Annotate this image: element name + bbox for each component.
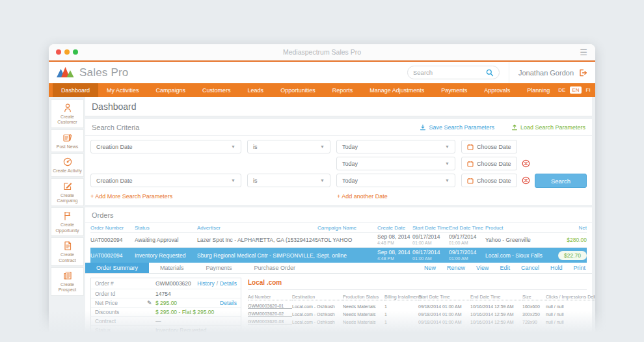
nav-item-dashboard[interactable]: Dashboard [53,83,98,97]
sidebar-item-label: Create Customer [52,114,83,125]
col-destination[interactable]: Destination [292,295,343,300]
details-link[interactable]: Details [220,280,237,287]
col-end-date-time[interactable]: End Date Time [470,295,522,300]
search-icon[interactable] [486,69,494,77]
order-row-selected[interactable]: UAT0002094 Inventory Requested Sburg Reg… [90,248,587,263]
col-end-date-time[interactable]: End Date Time [449,225,485,231]
logout-icon[interactable] [579,69,587,77]
col-product[interactable]: Product [485,225,549,231]
lang-de[interactable]: DE [558,87,565,93]
renew-button[interactable]: Renew [447,265,465,271]
net-price-details-link[interactable]: Details [220,300,237,306]
news-pencil-icon [62,133,73,143]
value-select[interactable]: Today▼ [336,140,455,153]
lang-en[interactable]: EN [570,86,581,94]
sidebar-item-create-contract[interactable]: Create Contract [51,237,84,266]
choose-date-button[interactable]: Choose Date [461,157,517,170]
ad-number-link[interactable]: GWM0003620-01 [248,304,292,309]
col-advertiser[interactable]: Advertiser [197,225,317,231]
start-date-cell: 09/17/201401:00 AM [412,250,449,261]
add-another-date-link[interactable]: + Add another Date [337,193,388,200]
sidebar-item-create-opportunity[interactable]: Create Opportunity [51,207,84,236]
nav-item-my-activities[interactable]: My Activities [98,83,148,97]
nav-item-reports[interactable]: Reports [324,83,362,97]
lang-fi[interactable]: FI [586,87,591,93]
operator-select[interactable]: is▼ [247,140,330,153]
ad-row[interactable]: GWM0003620-03 Local.com - Oshkosh Needs … [248,318,587,326]
gauge-icon [62,157,73,167]
choose-date-button[interactable]: Choose Date [461,140,517,153]
col-production-status[interactable]: Production Status [343,295,384,300]
orders-panel: Orders Order Number Status Advertiser Ca… [85,207,592,342]
col-size[interactable]: Size [522,295,546,300]
choose-date-button[interactable]: Choose Date [461,174,517,187]
sidebar-item-create-customer[interactable]: Create Customer [51,99,84,128]
brand: Sales Pro [57,66,129,79]
order-row[interactable]: UAT0002094 Awaiting Approval Lazer Spot … [90,233,587,248]
close-window-icon[interactable] [56,49,61,55]
criteria-row-1: Creation Date▼ is▼ Today▼ Choose [90,140,587,153]
col-campaign-name[interactable]: Campaign Name [317,225,377,231]
product-panel-title: Local .com [248,278,587,290]
hold-button[interactable]: Hold [550,265,563,271]
chevron-down-icon: ▼ [445,161,449,166]
remove-date-icon[interactable] [522,176,530,185]
col-clicks-impressions[interactable]: Clicks / Impressions Delivered [546,295,595,300]
value-select[interactable]: Today▼ [336,174,455,187]
order-summary-card: Order # GWM0003620 History / Details Ord… [90,278,241,342]
user-name[interactable]: Jonathan Gordon [518,69,574,77]
col-order-number[interactable]: Order Number [90,225,135,231]
field-select[interactable]: Creation Date▼ [90,140,241,153]
remove-date-icon[interactable] [522,159,530,168]
ad-number-link[interactable]: GWM0003620-03 [248,319,292,324]
tab-payments[interactable]: Payments [195,263,243,273]
load-search-parameters-link[interactable]: Load Search Parameters [511,124,585,131]
tab-order-summary[interactable]: Order Summary [85,263,149,273]
search-input[interactable] [413,69,482,76]
nav-item-approvals[interactable]: Approvals [476,83,518,97]
search-button[interactable]: Search [535,174,587,188]
field-select[interactable]: Creation Date▼ [90,174,241,187]
nav-item-leads[interactable]: Leads [239,83,273,97]
sidebar-item-post-news[interactable]: Post News [51,129,84,152]
minimize-window-icon[interactable] [64,49,70,55]
nav-item-payments[interactable]: Payments [433,83,476,97]
col-start-date-time[interactable]: Start Date Time [418,295,470,300]
col-create-date[interactable]: Create Date [377,225,412,231]
hamburger-menu-icon[interactable]: ☰ [580,48,587,57]
add-more-search-parameters-link[interactable]: + Add More Search Parameters [90,193,337,200]
history-link[interactable]: History [197,280,214,287]
tab-purchase-order[interactable]: Purchase Order [243,263,307,273]
edit-button[interactable]: Edit [500,265,510,271]
col-billing-installments[interactable]: Billing Installments [384,295,418,300]
col-start-date-time[interactable]: Start Date Time [412,225,449,231]
view-button[interactable]: View [476,265,489,271]
nav-item-opportunities[interactable]: Opportunities [272,83,324,97]
col-ad-number[interactable]: Ad Number [248,295,292,300]
zoom-window-icon[interactable] [73,49,78,55]
nav-item-planning[interactable]: Planning [518,83,558,97]
cancel-button[interactable]: Cancel [521,265,539,271]
sidebar-item-create-activity[interactable]: Create Activity [51,153,84,176]
sidebar-item-label: Create Campaing [52,193,83,204]
ad-row[interactable]: GWM0003620-02 Local.com - Oshkosh Needs … [248,310,587,318]
main-nav: Dashboard My Activities Campaigns Custom… [49,83,595,97]
edit-price-icon[interactable]: ✎ [147,300,152,306]
global-search[interactable] [407,66,500,79]
save-search-parameters-link[interactable]: Save Search Parameters [420,124,494,131]
sidebar-item-create-prospect[interactable]: Create Prospect [51,267,84,296]
col-status[interactable]: Status [135,225,197,231]
print-button[interactable]: Print [573,265,585,271]
new-button[interactable]: New [424,265,436,271]
window-controls [49,49,78,55]
sidebar-item-create-campaign[interactable]: Create Campaing [51,178,84,207]
nav-item-customers[interactable]: Customers [194,83,239,97]
operator-select[interactable]: is▼ [247,174,330,187]
nav-item-manage-adjustments[interactable]: Manage Adjustments [361,83,433,97]
ad-row[interactable]: GWM0003620-01 Local.com - Oshkosh Needs … [248,302,587,310]
ad-number-link[interactable]: GWM0003620-02 [248,311,292,317]
nav-item-campaigns[interactable]: Campaigns [148,83,195,97]
tab-materials[interactable]: Materials [149,263,195,273]
col-net[interactable]: Net [549,225,587,231]
value-select[interactable]: Today▼ [336,157,455,170]
